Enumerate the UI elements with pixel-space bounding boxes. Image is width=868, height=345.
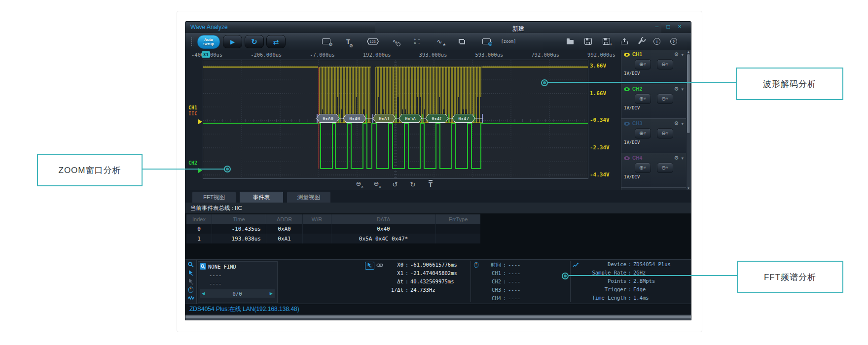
callout-fft-spectrum: FFT频谱分析: [737, 261, 843, 293]
panel-divider: [470, 261, 471, 302]
mouse-icon[interactable]: [187, 286, 194, 293]
pager-prev-icon[interactable]: ◀: [202, 291, 205, 296]
search-icon[interactable]: [187, 261, 194, 268]
gear-icon[interactable]: ⚙: [674, 120, 679, 127]
cursor-row: Δt:40.432569975ms: [382, 278, 454, 284]
save-button[interactable]: [581, 35, 594, 47]
undo-view-icon[interactable]: ↺: [390, 181, 400, 188]
save-as-button[interactable]: +: [600, 35, 613, 47]
tab-event-table[interactable]: 事件表: [240, 192, 283, 203]
wave-search-icon: ∿: [393, 38, 398, 45]
zoom-in-y-button[interactable]: ⊕Y: [635, 128, 651, 138]
fft-callout-line: [569, 275, 737, 276]
zoom-in-y-button[interactable]: ⊕Y: [635, 94, 651, 104]
zoom-brackets-icon: [zoom]: [501, 39, 516, 44]
measure-numeric-button[interactable]: 123: [366, 35, 379, 47]
document-tab[interactable]: 新建: [375, 23, 661, 33]
tools-button[interactable]: [634, 35, 647, 47]
scroll-up-icon[interactable]: ▲: [687, 50, 690, 53]
waveform-plot[interactable]: 0xA00x400xA10x5A0x4C0x47: [203, 60, 588, 179]
swap-arrows-icon: ⇄: [273, 38, 279, 46]
cursor-x-icon[interactable]: x: [187, 270, 194, 276]
chevron-down-icon[interactable]: ▾: [681, 87, 684, 92]
run-button[interactable]: ▶: [223, 35, 242, 48]
search-badge-icon: [200, 263, 206, 270]
gear-icon[interactable]: ⚙: [674, 51, 679, 58]
info-button[interactable]: i: [651, 35, 663, 47]
ch1-ground-marker[interactable]: [198, 119, 202, 124]
time-ruler: -406.000us -206.000us -7.000us 192.000us…: [191, 50, 615, 60]
mouse-readout-icon: [473, 262, 479, 268]
zoom-in-y-button[interactable]: ⊕Y: [635, 163, 651, 173]
help-button[interactable]: ?: [667, 35, 680, 47]
device-row: Device:ZDS4054 Plus: [580, 261, 671, 267]
channel-block-ch1: CH1 ⚙ ▾ ⊕Y ⊖Y 1V/DIV: [621, 50, 686, 84]
mouse-row: CH1:----: [482, 270, 520, 276]
table-row[interactable]: 1 193.038us 0xA1 0x5A 0x4C 0x47*: [186, 234, 480, 243]
ch2-trace-label: CH2: [188, 160, 197, 166]
zoom-out-x-icon[interactable]: ⊖x: [354, 180, 365, 189]
tab-fft-view[interactable]: FFT视图: [192, 192, 236, 203]
minimize-button[interactable]: –: [653, 23, 660, 30]
toolbar-grip[interactable]: [190, 37, 193, 46]
eye-icon[interactable]: [624, 53, 630, 57]
zoom-out-y-button[interactable]: ⊖Y: [657, 59, 673, 69]
zoom-out-y-button[interactable]: ⊖Y: [657, 94, 673, 104]
zoom-in-y-button[interactable]: ⊕Y: [635, 59, 651, 69]
svg-text:0xA0: 0xA0: [323, 116, 333, 121]
tab-measure-view[interactable]: 测量视图: [287, 192, 330, 203]
voltage-label: -4.34V: [590, 172, 621, 178]
export-button[interactable]: [618, 35, 631, 47]
swap-button[interactable]: ⇄: [266, 35, 286, 48]
open-file-button[interactable]: [564, 35, 577, 47]
trigger-position-icon[interactable]: T: [425, 181, 436, 188]
reference-wave-button[interactable]: ∿★: [433, 35, 446, 47]
scroll-down-icon[interactable]: ▼: [687, 187, 690, 190]
math-button[interactable]: + −× ÷: [411, 35, 424, 47]
svg-text:0x5A: 0x5A: [405, 116, 416, 121]
cursor-y-icon[interactable]: y: [187, 278, 194, 285]
scrollbar-thumb[interactable]: [687, 54, 690, 133]
eye-icon[interactable]: [624, 156, 630, 160]
eye-icon[interactable]: [624, 122, 630, 126]
wave-check-icon[interactable]: [187, 295, 194, 302]
svg-text:0x40: 0x40: [349, 116, 360, 121]
table-row[interactable]: 0 -10.435us 0xA0 0x40: [186, 224, 480, 234]
folder-icon: [567, 40, 574, 44]
app-title: Wave Analyze: [190, 24, 228, 31]
chevron-down-icon[interactable]: ▾: [681, 52, 684, 57]
channel-panel-scrollbar[interactable]: ▲ ▼: [686, 50, 691, 190]
toolbar: Auto Setup ▶ ↻ ⇄ ⚙ T⚙ 123 ∿ + −× ÷ ∿★: [185, 33, 691, 51]
gear-icon[interactable]: ⚙: [674, 86, 679, 92]
pager-next-icon[interactable]: ▶: [270, 291, 273, 296]
col-header: Index: [186, 214, 212, 224]
chevron-down-icon[interactable]: ▾: [681, 121, 684, 126]
trigger-gear-icon: T⚙: [346, 38, 350, 45]
trigger-settings-button[interactable]: T⚙: [342, 35, 355, 47]
mask-test-button[interactable]: [455, 35, 468, 47]
maximize-button[interactable]: □: [665, 23, 672, 30]
channel-block-ch4: CH4 ⚙ ▾ ⊕Y ⊖Y 1V/DIV: [621, 153, 686, 188]
chevron-down-icon[interactable]: ▾: [681, 156, 684, 161]
gear-icon[interactable]: ⚙: [674, 155, 679, 161]
event-table-bus-caption: 当前事件表总线 : IIC: [185, 203, 691, 213]
close-button[interactable]: ×: [676, 23, 683, 30]
cursor-mode-icon[interactable]: x: [365, 262, 374, 270]
wave-search-button[interactable]: ∿: [389, 35, 401, 47]
event-table: Index Time ADDR W/R DATA ErrType 0 -10.4…: [186, 214, 480, 243]
display-settings-button[interactable]: ⚙: [320, 35, 332, 47]
auto-setup-button[interactable]: Auto Setup: [197, 35, 220, 49]
refresh-acquire-button[interactable]: ↻: [245, 35, 264, 48]
col-header: DATA: [331, 214, 436, 224]
zoom-tool-button[interactable]: [zoom]: [502, 35, 515, 47]
screen-record-button[interactable]: [480, 35, 493, 47]
zoom-out-x2-icon[interactable]: ⊖x: [372, 180, 383, 189]
zoom-out-y-button[interactable]: ⊖Y: [657, 128, 673, 138]
search-result-panel: NONE FIND ---- ---- ◀ 0/0 ▶: [198, 261, 278, 303]
time-tick: -206.000us: [251, 52, 282, 58]
time-tick: -7.000us: [310, 52, 335, 58]
x1-cursor-badge[interactable]: X1: [202, 51, 210, 58]
redo-view-icon[interactable]: ↻: [407, 181, 418, 188]
eye-icon[interactable]: [624, 87, 630, 91]
zoom-out-y-button[interactable]: ⊖Y: [657, 163, 673, 173]
